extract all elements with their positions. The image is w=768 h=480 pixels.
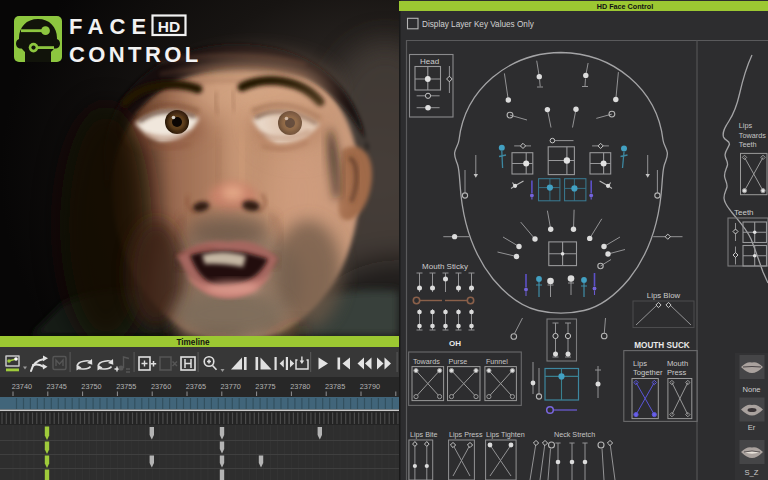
svg-text:23740: 23740 <box>12 382 32 391</box>
svg-text:Teeth: Teeth <box>739 140 757 149</box>
svg-text:Funnel: Funnel <box>486 357 508 366</box>
svg-text:Lips Bite: Lips Bite <box>410 430 438 439</box>
svg-text:Lips Press: Lips Press <box>449 430 483 439</box>
svg-text:Purse: Purse <box>449 357 468 366</box>
svg-text:S_Z: S_Z <box>745 468 759 477</box>
svg-text:Towards: Towards <box>413 357 440 366</box>
svg-text:23745: 23745 <box>47 382 67 391</box>
svg-text:23770: 23770 <box>221 382 241 391</box>
svg-text:HD Face Control: HD Face Control <box>597 2 653 11</box>
svg-text:CONTROL: CONTROL <box>69 42 202 67</box>
svg-text:Display Layer Key Values Only: Display Layer Key Values Only <box>422 20 535 29</box>
svg-text:Lips: Lips <box>739 121 753 130</box>
svg-text:Lips: Lips <box>633 359 647 368</box>
svg-text:Towards: Towards <box>739 131 767 140</box>
svg-text:23780: 23780 <box>290 382 310 391</box>
svg-text:MOUTH SUCK: MOUTH SUCK <box>634 341 690 350</box>
svg-text:23755: 23755 <box>116 382 136 391</box>
svg-text:23790: 23790 <box>360 382 380 391</box>
svg-text:23760: 23760 <box>151 382 171 391</box>
svg-text:Press: Press <box>667 368 687 377</box>
svg-text:Neck Stretch: Neck Stretch <box>554 430 595 439</box>
svg-text:Mouth: Mouth <box>667 359 688 368</box>
svg-text:Together: Together <box>633 368 663 377</box>
svg-text:23785: 23785 <box>325 382 345 391</box>
svg-text:Timeline: Timeline <box>176 338 210 347</box>
svg-text:23765: 23765 <box>186 382 206 391</box>
svg-text:None: None <box>742 385 760 394</box>
svg-text:Teeth: Teeth <box>734 208 754 217</box>
svg-text:FACE: FACE <box>69 14 152 39</box>
svg-text:23750: 23750 <box>81 382 101 391</box>
svg-text:Er: Er <box>748 423 756 432</box>
svg-text:HD: HD <box>158 18 180 35</box>
svg-text:Lips Blow: Lips Blow <box>647 291 681 300</box>
svg-text:Head: Head <box>420 57 439 66</box>
svg-text:Mouth Sticky: Mouth Sticky <box>422 262 468 271</box>
svg-text:Lips Tighten: Lips Tighten <box>486 430 525 439</box>
svg-text:OH: OH <box>449 339 461 348</box>
svg-text:23775: 23775 <box>255 382 275 391</box>
